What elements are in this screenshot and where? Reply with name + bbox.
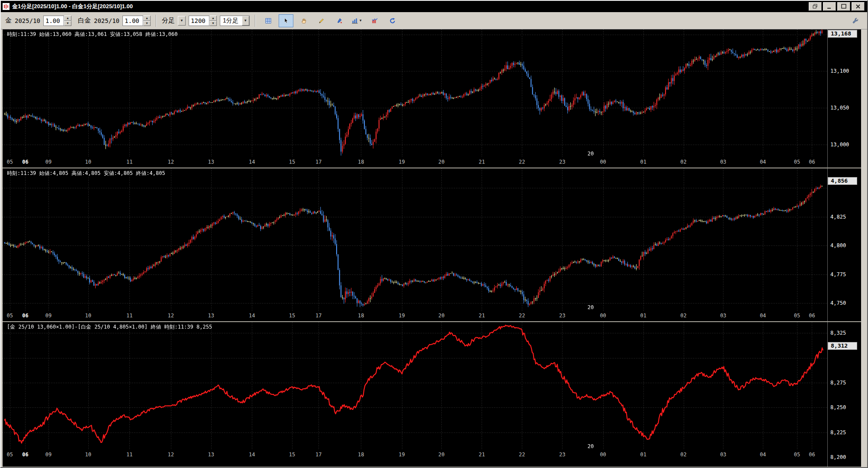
timeframe-value: 1分足: [223, 17, 242, 25]
x-axis-label: 14: [249, 452, 255, 458]
spread-current-price: 8,312: [828, 342, 857, 350]
platinum-chart-canvas[interactable]: [3, 168, 827, 311]
y-axis-label: 4,775: [830, 271, 846, 278]
x-axis-label: 00: [600, 313, 606, 319]
x-axis-label: 21: [479, 159, 485, 165]
x-axis-label: 05: [6, 452, 13, 458]
title-bar[interactable]: 金1分足[2025/10]1.00 - 白金1分足[2025/10]1.00: [1, 1, 867, 12]
x-axis-label: 01: [640, 452, 646, 458]
x-axis-label: 18: [358, 452, 364, 458]
platinum-current-price: 4,856: [828, 177, 857, 185]
minimize-button[interactable]: [823, 2, 836, 11]
panel-spread: [金 25/10 13,060×1.00]-[白金 25/10 4,805×1.…: [3, 321, 861, 467]
platinum-multiplier-input[interactable]: [122, 16, 143, 26]
hand-tool-button[interactable]: [296, 14, 311, 27]
spin-up-button[interactable]: ▲: [64, 16, 71, 21]
x-axis-label: 02: [680, 313, 686, 319]
date-label: 20: [588, 304, 594, 310]
gold-label: 金: [5, 16, 12, 25]
x-axis-label: 23: [559, 159, 565, 165]
x-axis-label: 20: [438, 313, 444, 319]
x-axis-label: 02: [680, 452, 686, 458]
maximize-button[interactable]: [837, 2, 850, 11]
x-axis-label: 05: [794, 452, 800, 458]
minute-label: 分足: [162, 16, 175, 25]
window-controls: [809, 2, 865, 11]
pencil-tool-button[interactable]: [314, 14, 329, 27]
spread-chart-canvas[interactable]: [3, 322, 827, 450]
x-axis-label: 19: [399, 159, 405, 165]
x-axis-label: 17: [315, 313, 321, 319]
date-label: 20: [588, 443, 594, 449]
spin-up-button[interactable]: ▲: [209, 16, 217, 21]
x-axis-label: 20: [438, 452, 444, 458]
y-axis-label: 8,275: [830, 380, 846, 386]
y-axis-label: 13,050: [830, 105, 849, 111]
x-axis-label: 13: [208, 313, 214, 319]
minute-mode-dropdown[interactable]: ▼: [178, 16, 186, 26]
x-axis-label: 18: [358, 313, 364, 319]
window-restore-button[interactable]: [809, 2, 822, 11]
cursor-tool-button[interactable]: [279, 14, 293, 27]
spin-down-button[interactable]: ▼: [64, 21, 71, 26]
gold-y-axis: 13,168 13,10013,05013,000: [827, 29, 861, 168]
spread-x-axis: 0506091011121314151718192021222300010203…: [3, 450, 827, 467]
bar-count-spinner: ▲ ▼: [189, 16, 217, 26]
timeframe-select[interactable]: 1分足 ▼: [220, 16, 250, 26]
spin-up-button[interactable]: ▲: [143, 16, 151, 21]
bar-chart-dropdown-button[interactable]: ▼: [350, 14, 364, 27]
y-axis-label: 8,225: [830, 429, 846, 436]
spin-down-button[interactable]: ▼: [143, 21, 151, 26]
gold-multiplier-input[interactable]: [43, 16, 64, 26]
y-axis-label: 8,325: [830, 330, 846, 336]
pen-tool-button[interactable]: [332, 14, 347, 27]
gold-chart[interactable]: 時刻:11:39 始値:13,060 高値:13,061 安値:13,058 終…: [3, 29, 827, 158]
spread-chart[interactable]: [金 25/10 13,060×1.00]-[白金 25/10 4,805×1.…: [3, 322, 827, 450]
x-axis-label: 00: [600, 452, 606, 458]
gold-x-axis: 0506091011121314151718192021222300010203…: [3, 158, 827, 168]
x-axis-label: 04: [760, 159, 766, 165]
x-axis-label: 09: [45, 452, 51, 458]
y-axis-label: 4,750: [830, 300, 846, 306]
x-axis-label: 19: [399, 452, 405, 458]
indicator-chart-button[interactable]: [367, 14, 382, 27]
x-axis-label: 04: [760, 313, 766, 319]
x-axis-label: 21: [479, 452, 485, 458]
x-axis-label: 22: [519, 452, 525, 458]
gold-multiplier-spinner: ▲ ▼: [43, 16, 71, 26]
platinum-label: 白金: [78, 16, 91, 25]
platinum-ohlc-info: 時刻:11:39 始値:4,805 高値:4,805 安値:4,805 終値:4…: [7, 170, 165, 177]
x-axis-label: 15: [289, 313, 295, 319]
x-axis-label: 06: [22, 452, 28, 458]
x-axis-label: 05: [6, 313, 13, 319]
x-axis-label: 09: [45, 313, 51, 319]
platinum-chart[interactable]: 時刻:11:39 始値:4,805 高値:4,805 安値:4,805 終値:4…: [3, 168, 827, 311]
close-button[interactable]: [852, 2, 865, 11]
x-axis-label: 09: [45, 159, 51, 165]
x-axis-label: 20: [438, 159, 444, 165]
x-axis-label: 05: [794, 313, 800, 319]
bar-count-input[interactable]: [189, 16, 209, 26]
settings-wrench-button[interactable]: [848, 14, 863, 27]
chevron-down-icon: ▼: [242, 16, 249, 26]
y-axis-label: 4,825: [830, 214, 846, 220]
x-axis-label: 10: [85, 313, 91, 319]
gold-current-price: 13,168: [828, 30, 857, 38]
gold-chart-canvas[interactable]: [3, 29, 827, 158]
x-axis-label: 22: [519, 159, 525, 165]
x-axis-label: 19: [399, 313, 405, 319]
x-axis-label: 23: [559, 452, 565, 458]
chart-board-button[interactable]: [261, 14, 276, 27]
x-axis-label: 03: [720, 452, 726, 458]
x-axis-label: 17: [315, 452, 321, 458]
refresh-button[interactable]: [385, 14, 400, 27]
chart-region: 時刻:11:39 始値:13,060 高値:13,061 安値:13,058 終…: [1, 29, 867, 467]
spin-down-button[interactable]: ▼: [209, 21, 217, 26]
x-axis-label: 23: [559, 313, 565, 319]
x-axis-label: 06: [22, 159, 28, 165]
x-axis-label: 12: [168, 159, 174, 165]
x-axis-label: 13: [208, 159, 214, 165]
x-axis-label: 01: [640, 159, 646, 165]
toolbar-separator: [255, 15, 256, 27]
toolbar-separator: [156, 15, 157, 27]
